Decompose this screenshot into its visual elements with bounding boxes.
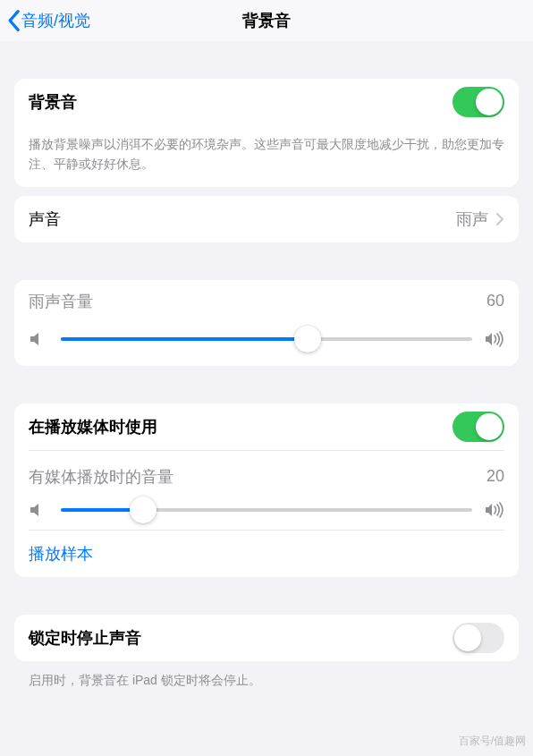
row-sound[interactable]: 声音 雨声: [29, 196, 504, 242]
section-rain-volume: 雨声音量 60: [14, 280, 519, 366]
row-media-volume-label: 有媒体播放时的音量 20: [29, 451, 504, 494]
back-button[interactable]: 音频/视觉: [5, 9, 90, 32]
rain-volume-label: 雨声音量: [29, 291, 93, 312]
row-use-with-media[interactable]: 在播放媒体时使用: [29, 403, 504, 450]
stop-on-lock-toggle[interactable]: [453, 623, 504, 653]
volume-high-icon: [485, 330, 504, 348]
use-with-media-label: 在播放媒体时使用: [29, 416, 157, 437]
volume-high-icon: [485, 501, 504, 519]
background-sound-toggle[interactable]: [453, 87, 504, 117]
play-sample-link: 播放样本: [29, 543, 93, 565]
section-sound: 声音 雨声: [14, 196, 519, 242]
stop-on-lock-label: 锁定时停止声音: [29, 627, 141, 649]
chevron-right-icon: [495, 212, 504, 226]
use-with-media-toggle[interactable]: [453, 412, 504, 442]
row-rain-volume-label: 雨声音量 60: [29, 280, 504, 323]
volume-low-icon: [29, 330, 48, 348]
nav-header: 音频/视觉 背景音: [0, 0, 533, 41]
media-volume-label: 有媒体播放时的音量: [29, 466, 173, 488]
sound-label: 声音: [29, 208, 61, 230]
back-label: 音频/视觉: [21, 13, 90, 29]
volume-low-icon: [29, 501, 48, 519]
rain-volume-slider[interactable]: [61, 337, 472, 341]
section-background-sound: 背景音 播放背景噪声以消弭不必要的环境杂声。这些声音可最大限度地减少干扰，助您更…: [14, 79, 519, 187]
sound-value: 雨声: [456, 208, 488, 230]
stop-on-lock-footer: 启用时，背景音在 iPad 锁定时将会停止。: [14, 661, 519, 702]
row-play-sample[interactable]: 播放样本: [29, 531, 504, 577]
chevron-left-icon: [5, 9, 21, 32]
media-volume-value: 20: [486, 467, 504, 486]
section-stop-on-lock: 锁定时停止声音: [14, 615, 519, 661]
rain-volume-slider-row: [29, 323, 504, 366]
row-stop-on-lock[interactable]: 锁定时停止声音: [29, 615, 504, 661]
watermark: 百家号/值趣网: [459, 734, 526, 749]
rain-volume-value: 60: [486, 292, 504, 310]
background-sound-footer: 播放背景噪声以消弭不必要的环境杂声。这些声音可最大限度地减少干扰，助您更加专注、…: [29, 125, 504, 187]
media-volume-slider[interactable]: [61, 508, 472, 512]
section-media: 在播放媒体时使用 有媒体播放时的音量 20 播放样本: [14, 403, 519, 577]
row-background-sound-toggle[interactable]: 背景音: [29, 79, 504, 125]
media-volume-slider-row: [29, 494, 504, 530]
background-sound-label: 背景音: [29, 91, 77, 113]
